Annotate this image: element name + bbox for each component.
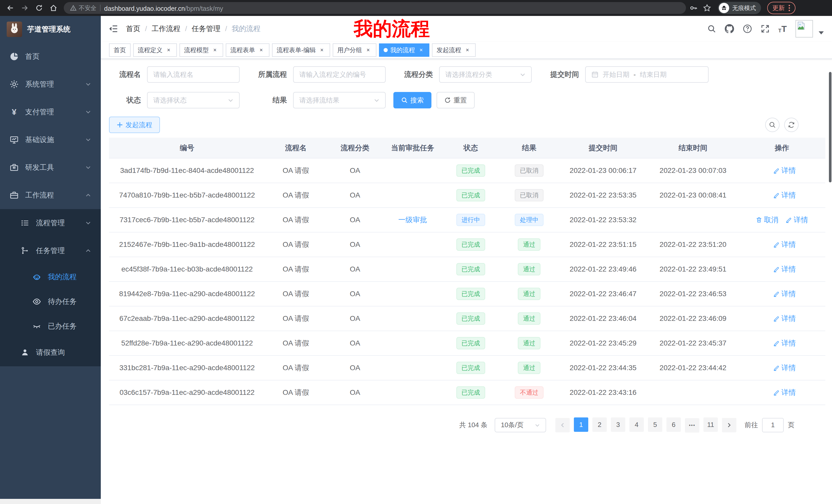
detail-link-label: 详情: [781, 289, 796, 299]
cell-process-id: 67c2eaab-7b9a-11ec-a290-acde48001122: [109, 306, 265, 331]
sidebar-item-pay[interactable]: ¥ 支付管理: [0, 98, 101, 126]
status-badge: 已完成: [457, 164, 485, 177]
help-icon[interactable]: [743, 24, 752, 33]
scrollbar-thumb[interactable]: [829, 72, 831, 183]
breadcrumb-home[interactable]: 首页: [126, 24, 140, 34]
sidebar-item-todo-tasks[interactable]: 待办任务: [0, 289, 101, 314]
category-select[interactable]: 请选择流程分类: [439, 66, 532, 83]
sidebar-item-home[interactable]: 首页: [0, 43, 101, 71]
tab-close-icon[interactable]: ×: [418, 47, 425, 54]
sidebar-item-my-process[interactable]: 我的流程: [0, 264, 101, 289]
password-key-icon[interactable]: [688, 2, 699, 13]
forward-icon[interactable]: [19, 2, 31, 14]
page-number-button[interactable]: 2: [592, 417, 607, 432]
sidebar-item-task-mgmt[interactable]: 任务管理: [0, 237, 101, 264]
view-tab[interactable]: 首页: [109, 44, 131, 57]
page-number-button[interactable]: 4: [629, 417, 644, 432]
table-row: 03c6c157-7b9a-11ec-a290-acde48001122 OA …: [109, 380, 825, 405]
gear-icon: [10, 80, 19, 89]
view-tab[interactable]: 用户分组 ×: [333, 44, 376, 57]
page-number-button[interactable]: 6: [667, 417, 681, 432]
detail-link[interactable]: 详情: [773, 240, 796, 249]
view-tab[interactable]: 我的流程 ×: [379, 44, 430, 57]
process-def-input[interactable]: [299, 71, 380, 79]
goto-page-input[interactable]: [762, 418, 784, 432]
reload-icon[interactable]: [33, 2, 45, 14]
tab-close-icon[interactable]: ×: [258, 47, 265, 54]
font-size-icon[interactable]: TT: [778, 24, 787, 33]
view-tab[interactable]: 发起流程 ×: [432, 44, 476, 57]
refresh-table-button[interactable]: [784, 118, 799, 132]
view-tab[interactable]: 流程模型 ×: [179, 44, 223, 57]
start-date-placeholder: 开始日期: [603, 70, 629, 79]
page-number-button[interactable]: 3: [611, 417, 625, 432]
cell-process-id: 7470a810-7b9b-11ec-b5b7-acde48001122: [109, 183, 265, 207]
view-tab[interactable]: 流程定义 ×: [133, 44, 177, 57]
sidebar-item-devtools[interactable]: 研发工具: [0, 153, 101, 181]
chevron-left-icon: [560, 422, 565, 428]
sidebar-item-leave-query[interactable]: 请假查询: [0, 339, 101, 366]
detail-link[interactable]: 详情: [773, 289, 796, 299]
address-bar[interactable]: 不安全 dashboard.yudao.iocoder.cn/bpm/task/…: [64, 2, 686, 14]
create-process-button[interactable]: 发起流程: [109, 117, 160, 133]
table-row: 67c2eaab-7b9a-11ec-a290-acde48001122 OA …: [109, 306, 825, 331]
breadcrumb-task-mgmt[interactable]: 任务管理: [192, 24, 220, 34]
fullscreen-icon[interactable]: [761, 24, 770, 33]
bookmark-star-icon[interactable]: [701, 2, 713, 13]
avatar-caret-icon[interactable]: [818, 31, 824, 34]
detail-link[interactable]: 详情: [773, 166, 796, 175]
sidebar-item-process-mgmt[interactable]: 流程管理: [0, 209, 101, 237]
back-icon[interactable]: [4, 2, 17, 14]
detail-link[interactable]: 详情: [773, 363, 796, 373]
browser-update-button[interactable]: 更新: [767, 2, 796, 14]
search-button[interactable]: 搜索: [393, 92, 432, 108]
status-badge: 已完成: [457, 337, 485, 349]
current-task-link[interactable]: 一级审批: [398, 216, 427, 224]
header-search-icon[interactable]: [707, 24, 716, 33]
sidebar-item-system[interactable]: 系统管理: [0, 71, 101, 98]
tab-close-icon[interactable]: ×: [464, 47, 471, 54]
detail-link[interactable]: 详情: [773, 314, 796, 324]
toggle-search-button[interactable]: [765, 118, 780, 132]
process-name-input[interactable]: [153, 71, 233, 79]
result-select[interactable]: 请选择流结果: [293, 92, 386, 108]
avatar[interactable]: [796, 20, 813, 37]
page-number-button[interactable]: 11: [703, 417, 718, 432]
detail-link[interactable]: 详情: [773, 338, 796, 348]
detail-link[interactable]: 详情: [785, 215, 808, 225]
github-icon[interactable]: [725, 24, 734, 33]
cell-process-id: 819442e8-7b9a-11ec-a290-acde48001122: [109, 282, 265, 306]
page-number-button[interactable]: 1: [574, 417, 588, 432]
page-number-button[interactable]: 5: [648, 417, 662, 432]
sidebar-item-infra[interactable]: 基础设施: [0, 126, 101, 153]
chevron-right-icon: [726, 422, 732, 428]
reset-button[interactable]: 重置: [437, 92, 475, 108]
cell-category: OA: [327, 207, 383, 232]
tab-close-icon[interactable]: ×: [165, 47, 172, 54]
detail-link[interactable]: 详情: [773, 190, 796, 200]
cell-process-name: OA 请假: [265, 257, 327, 282]
result-placeholder: 请选择流结果: [299, 96, 371, 105]
page-number-button[interactable]: •••: [685, 418, 699, 432]
breadcrumb-workflow[interactable]: 工作流程: [152, 24, 181, 34]
detail-link[interactable]: 详情: [773, 388, 796, 397]
page-size-select[interactable]: 10条/页: [495, 418, 546, 432]
tab-close-icon[interactable]: ×: [211, 47, 218, 54]
reset-button-label: 重置: [453, 96, 467, 105]
sidebar-item-done-tasks[interactable]: 已办任务: [0, 314, 101, 339]
cancel-link[interactable]: 取消: [756, 215, 778, 225]
view-tab[interactable]: 流程表单 ×: [226, 44, 269, 57]
sidebar-item-workflow[interactable]: 工作流程: [0, 181, 101, 209]
status-select[interactable]: 请选择状态: [147, 92, 240, 108]
next-page-button[interactable]: [722, 418, 736, 432]
tab-close-icon[interactable]: ×: [318, 47, 326, 54]
submit-time-range-picker[interactable]: 开始日期 - 结束日期: [585, 66, 709, 83]
hamburger-icon[interactable]: [109, 24, 118, 33]
home-icon[interactable]: [47, 2, 60, 14]
app-logo-row[interactable]: 芋道管理系统: [0, 16, 101, 43]
tab-close-icon[interactable]: ×: [365, 47, 372, 54]
edit-pencil-icon: [773, 340, 780, 346]
prev-page-button[interactable]: [555, 418, 570, 432]
detail-link[interactable]: 详情: [773, 264, 796, 274]
view-tab[interactable]: 流程表单-编辑 ×: [272, 44, 330, 57]
